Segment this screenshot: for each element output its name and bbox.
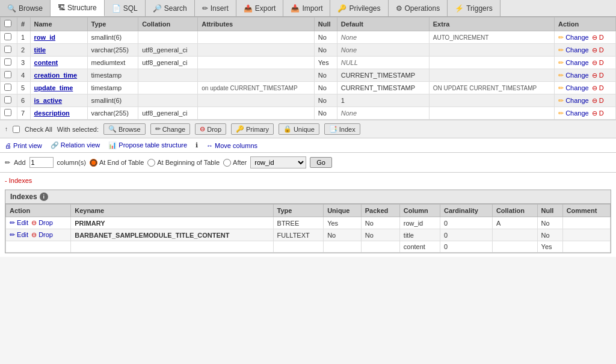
drop-button[interactable]: ⊖ Drop	[195, 123, 226, 135]
drop-link-1[interactable]: D	[599, 46, 604, 54]
check-all-checkbox[interactable]	[13, 126, 20, 133]
row-select-5[interactable]	[4, 96, 11, 103]
row-collation-5	[138, 94, 198, 107]
drop-link-2[interactable]: D	[599, 59, 604, 66]
after-radio[interactable]	[223, 159, 231, 167]
print-view-link[interactable]: 🖨 Print view	[5, 142, 42, 149]
tab-import[interactable]: 📥 Import	[283, 0, 330, 16]
pencil-icon-6: ✏	[558, 110, 564, 117]
col-name-link-6[interactable]: description	[34, 110, 70, 117]
row-select-2[interactable]	[4, 58, 11, 66]
idx-drop-fulltext[interactable]: ⊖ Drop	[31, 231, 53, 238]
at-beginning-radio[interactable]	[147, 159, 155, 167]
relation-view-link[interactable]: 🔗 Relation view	[51, 141, 100, 149]
change-link-1[interactable]: Change	[565, 46, 589, 54]
row-select-4[interactable]	[4, 84, 11, 91]
row-num-1: 2	[17, 44, 30, 57]
idx-edit-fulltext[interactable]: ✏ Edit	[10, 231, 28, 238]
row-select-0[interactable]	[4, 33, 11, 40]
index-btn-icon: 📑	[329, 125, 337, 133]
privileges-icon: 🔑	[337, 4, 346, 13]
select-all-checkbox[interactable]	[4, 20, 11, 27]
info-bar: 🖨 Print view 🔗 Relation view 📊 Propose t…	[0, 138, 616, 153]
tab-triggers[interactable]: ⚡ Triggers	[448, 0, 500, 16]
col-name-link-0[interactable]: row_id	[34, 34, 55, 41]
change-link-2[interactable]: Change	[565, 59, 589, 66]
row-select-6[interactable]	[4, 109, 11, 116]
pencil-icon-3: ✏	[558, 72, 564, 79]
row-null-6: No	[314, 107, 337, 120]
tab-export[interactable]: 📤 Export	[236, 0, 284, 16]
row-action-3: ✏ Change ⊖ D	[555, 69, 616, 82]
at-beginning-radio-label[interactable]: At Beginning of Table	[147, 159, 220, 167]
row-attributes-2	[198, 57, 315, 69]
row-collation-1: utf8_general_ci	[138, 44, 198, 57]
tab-insert[interactable]: ✏ Insert	[195, 0, 236, 16]
at-end-radio-label[interactable]: At End of Table	[90, 159, 144, 167]
drop-link-4[interactable]: D	[599, 84, 604, 91]
tab-search[interactable]: 🔎 Search	[146, 0, 195, 16]
table-row: 6 is_active smallint(6) No 1 ✏ Change ⊖ …	[1, 94, 616, 107]
row-checkbox-1	[1, 44, 17, 57]
at-end-radio[interactable]	[90, 159, 97, 167]
tab-structure[interactable]: 🏗 Structure	[51, 0, 105, 16]
sql-icon: 📄	[112, 4, 121, 13]
col-header-name: Name	[30, 17, 87, 31]
row-default-1: None	[337, 44, 429, 57]
row-default-4: CURRENT_TIMESTAMP	[337, 82, 429, 94]
go-button[interactable]: Go	[310, 157, 332, 168]
col-name-link-3[interactable]: creation_time	[34, 72, 78, 79]
row-null-1: No	[314, 44, 337, 57]
change-link-3[interactable]: Change	[565, 72, 589, 79]
after-label: After	[233, 159, 247, 166]
indexes-link[interactable]: - Indexes	[5, 177, 32, 184]
row-action-6: ✏ Change ⊖ D	[555, 107, 616, 120]
idx-header-unique: Unique	[324, 205, 362, 217]
columns-count-input[interactable]	[29, 157, 54, 168]
primary-button[interactable]: 🔑 Primary	[231, 123, 274, 135]
insert-icon: ✏	[202, 4, 208, 13]
drop-link-3[interactable]: D	[599, 72, 604, 79]
col-name-link-2[interactable]: content	[34, 59, 58, 66]
drop-link-5[interactable]: D	[599, 97, 604, 104]
tab-privileges[interactable]: 🔑 Privileges	[330, 0, 388, 16]
row-extra-5	[429, 94, 554, 107]
row-type-1: varchar(255)	[87, 44, 138, 57]
idx-edit-primary[interactable]: ✏ Edit	[10, 219, 28, 226]
tab-operations[interactable]: ⚙ Operations	[389, 0, 448, 16]
row-checkbox-4	[1, 82, 17, 94]
tab-insert-label: Insert	[211, 4, 229, 13]
row-attributes-6	[198, 107, 315, 120]
index-button[interactable]: 📑 Index	[324, 123, 360, 135]
change-button[interactable]: ✏ Change	[150, 123, 191, 135]
drop-link-0[interactable]: D	[599, 34, 604, 41]
change-link-4[interactable]: Change	[565, 84, 589, 91]
drop-link-6[interactable]: D	[599, 110, 604, 117]
browse-button[interactable]: 🔍 Browse	[103, 123, 146, 135]
change-btn-label: Change	[162, 126, 186, 133]
col-name-link-1[interactable]: title	[34, 46, 46, 54]
col-name-link-4[interactable]: update_time	[34, 84, 73, 91]
tab-sql[interactable]: 📄 SQL	[105, 0, 146, 16]
idx-comment-fulltext-title	[562, 229, 610, 241]
change-link-0[interactable]: Change	[565, 34, 589, 41]
after-column-select[interactable]: row_id title content creation_time updat…	[250, 156, 306, 168]
row-extra-1	[429, 44, 554, 57]
row-type-0: smallint(6)	[87, 31, 138, 44]
tab-browse[interactable]: 🔍 Browse	[0, 0, 51, 16]
idx-drop-primary[interactable]: ⊖ Drop	[31, 219, 53, 226]
row-select-3[interactable]	[4, 71, 11, 78]
tab-sql-label: SQL	[123, 4, 138, 13]
propose-structure-link[interactable]: 📊 Propose table structure	[108, 141, 187, 149]
after-radio-label[interactable]: After	[223, 159, 247, 167]
table-row: 5 update_time timestamp on update CURREN…	[1, 82, 616, 94]
idx-column-primary: row_id	[399, 217, 440, 229]
col-name-link-5[interactable]: is_active	[34, 97, 62, 104]
drop-circle-1: ⊖	[592, 46, 597, 54]
move-columns-link[interactable]: ↔ Move columns	[206, 142, 257, 149]
change-link-5[interactable]: Change	[565, 97, 589, 104]
change-link-6[interactable]: Change	[565, 110, 589, 117]
row-select-1[interactable]	[4, 46, 11, 53]
unique-button[interactable]: 🔒 Unique	[279, 123, 319, 135]
with-selected-label: With selected:	[57, 126, 99, 133]
